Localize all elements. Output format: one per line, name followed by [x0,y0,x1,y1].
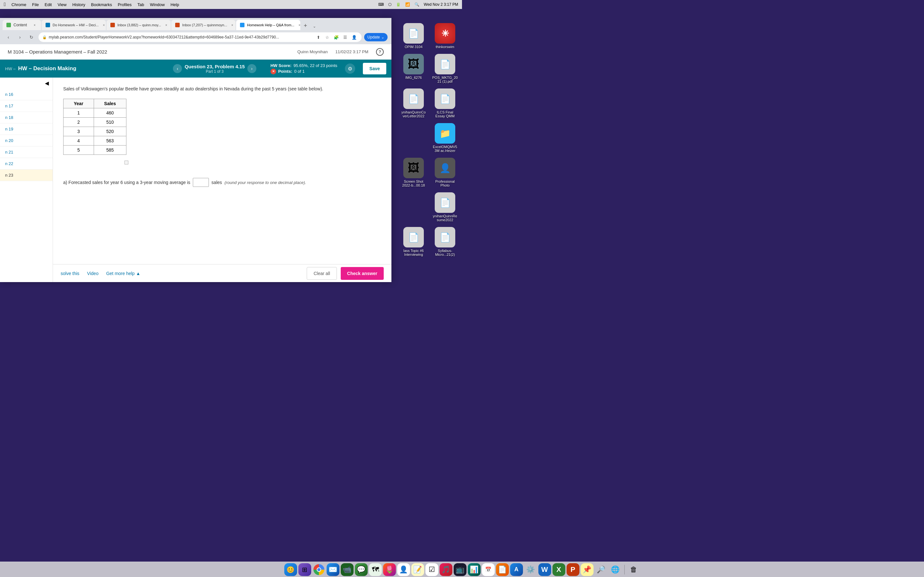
menu-view[interactable]: View [57,2,66,7]
hw-score-label: HW Score: [270,63,292,68]
menu-file[interactable]: File [32,2,39,7]
question-text: Sales of Volkswagen's popular Beetle hav… [63,85,381,92]
sidebar-item-n23[interactable]: n 23 [0,169,53,181]
solve-this-link[interactable]: solve this [61,271,79,276]
apple-menu[interactable]:  [4,2,6,7]
tab-close-inbox1[interactable]: × [164,23,169,27]
table-cell: 3 [63,127,94,136]
sidebar-collapse-button[interactable]: ◀ [0,77,53,89]
update-button[interactable]: Update ⌄ [364,33,388,41]
update-chevron-icon: ⌄ [381,35,384,39]
table-cell: 2 [63,118,94,127]
bookmark-icon[interactable]: ☆ [324,34,331,41]
date-display: 11/02/22 3:17 PM [335,49,368,54]
table-cell: 4 [63,136,94,145]
settings-button[interactable]: ⚙ [345,63,355,74]
menu-profiles[interactable]: Profiles [118,2,132,7]
tab-close-content[interactable]: × [32,23,37,27]
sidebar-item-n20[interactable]: n 20 [0,135,53,147]
hw-prefix: HW – [5,66,16,71]
desktop-icon-img6276[interactable]: 🖼 IMG_6276 [399,54,428,83]
browser-window: Content × Do Homework – HW – Deci... × I… [0,18,391,282]
menu-window[interactable]: Window [150,2,165,7]
video-link[interactable]: Video [87,271,99,276]
reader-icon[interactable]: ☰ [342,34,349,41]
table-header-year: Year [63,99,94,108]
pearson-header: M 3104 – Operations Management – Fall 20… [0,44,391,60]
sidebar-item-n18[interactable]: n 18 [0,112,53,123]
table-row: 1460 [63,108,126,118]
sidebar-item-n22[interactable]: n 22 [0,158,53,169]
table-header-sales: Sales [94,99,126,108]
tab-favicon-homework [45,23,50,27]
tab-more-button[interactable]: ⌄ [310,23,318,30]
sidebar-item-n16[interactable]: n 16 [0,89,53,100]
table-cell: 1 [63,108,94,118]
back-button[interactable]: ‹ [4,33,13,42]
collapse-icon: ◀ [45,80,49,86]
desktop-icon-pos-mktg[interactable]: 📄 POS_MKTG_2021 (1).pdf [431,54,459,83]
menubar-search-icon[interactable]: 🔍 [415,2,419,7]
answer-input-part-a[interactable] [193,178,209,187]
table-resize-handle[interactable] [124,161,128,164]
tab-close-homework-help[interactable]: × [297,23,300,27]
menu-bar-right: ⌨ ⬡ 🔋 📶 🔍 Wed Nov 2 3:17 PM [378,2,458,7]
desktop-icon-excel-folder[interactable]: 📁 ExcelOMQMV53M ac.Heizer [431,123,459,153]
tab-favicon-content [6,23,11,27]
tab-homework[interactable]: Do Homework – HW – Deci... × [42,20,106,30]
tab-homework-help[interactable]: Homework Help – Q&A from... × [236,20,300,30]
new-tab-button[interactable]: + [301,21,310,30]
username: Quinn Moynihan [297,49,328,54]
help-button[interactable]: ? [376,48,384,56]
sidebar-item-n17[interactable]: n 17 [0,100,53,112]
extensions-icon[interactable]: 🧩 [333,34,340,41]
part-a-suffix: sales [212,180,222,185]
desktop-icon-ilcs-essay[interactable]: 📄 ILCS Final Essay QMM [431,89,459,118]
share-icon[interactable]: ⬆ [315,34,322,41]
save-button[interactable]: Save [363,63,386,74]
table-row: 3520 [63,127,126,136]
menu-chrome[interactable]: Chrome [11,2,26,7]
reload-button[interactable]: ↻ [27,33,36,42]
tab-close-homework[interactable]: × [102,23,106,27]
tab-inbox2[interactable]: Inbox (7,207) – quinnmoyn... × [171,20,236,30]
desktop-icon-syllabus[interactable]: 📄 Syllabus-Micro...21(2) [431,227,459,256]
menu-edit[interactable]: Edit [45,2,52,7]
desktop-icon-pro-photo[interactable]: 👤 Professional Photo [431,158,459,187]
clear-all-button[interactable]: Clear all [307,267,336,280]
tab-close-inbox2[interactable]: × [230,23,235,27]
more-help-link[interactable]: Get more help ▲ [106,271,141,276]
hw-navigation: ‹ Question 23, Problem 4.15 Part 1 of 3 … [173,64,256,74]
points-value: 0 of 1 [294,69,305,74]
hw-score-value: 95.65%, 22 of 23 points [294,63,338,68]
address-input[interactable]: 🔒 mylab.pearson.com/Student/PlayerHomewo… [39,32,362,42]
more-help-chevron-icon: ▲ [136,271,141,276]
table-row: 5585 [63,145,126,155]
sidebar-item-n19[interactable]: n 19 [0,123,53,135]
prev-question-button[interactable]: ‹ [173,64,182,73]
question-list-sidebar: ◀ n 16 n 17 n 18 n 19 n 20 [0,77,53,282]
menu-help[interactable]: Help [170,2,179,7]
tab-content[interactable]: Content × [3,20,41,30]
sidebar-item-n21[interactable]: n 21 [0,147,53,158]
check-answer-button[interactable]: Check answer [341,267,384,280]
desktop-icon-screenshot[interactable]: 🖼 Screen Shot 2022-b...00.18 [399,158,428,187]
desktop-icon-class-topic[interactable]: 📄 lass Topic #6 Interviewing [399,227,428,256]
address-bar: ‹ › ↻ 🔒 mylab.pearson.com/Student/Player… [0,30,391,44]
menu-history[interactable]: History [72,2,85,7]
table-cell: 520 [94,127,126,136]
desktop-icon-coverletter[interactable]: 📄 ynihanQuinnCo verLetter2022 [399,89,428,118]
menu-tab[interactable]: Tab [137,2,144,7]
desktop-icon-resume[interactable]: 📄 ynihanQuinnRe sume2022 [431,192,459,222]
part-a-prefix: a) Forecasted sales for year 6 using a 3… [63,180,190,185]
hw-bar: HW – HW – Decision Making ‹ Question 23,… [0,60,391,77]
desktop-icon-opim3104[interactable]: 📄 OPIM 3104 [399,23,428,49]
tab-favicon-inbox2 [175,23,180,27]
next-question-button[interactable]: › [247,64,256,73]
lock-icon: 🔒 [42,35,47,39]
profile-icon[interactable]: 👤 [351,34,358,41]
menu-bookmarks[interactable]: Bookmarks [91,2,112,7]
tab-inbox1[interactable]: Inbox (3,882) – quinn.moy... × [107,20,171,30]
desktop-icon-thinkorswim[interactable]: ✳ thinkorswim [431,23,459,49]
forward-button[interactable]: › [15,33,24,42]
